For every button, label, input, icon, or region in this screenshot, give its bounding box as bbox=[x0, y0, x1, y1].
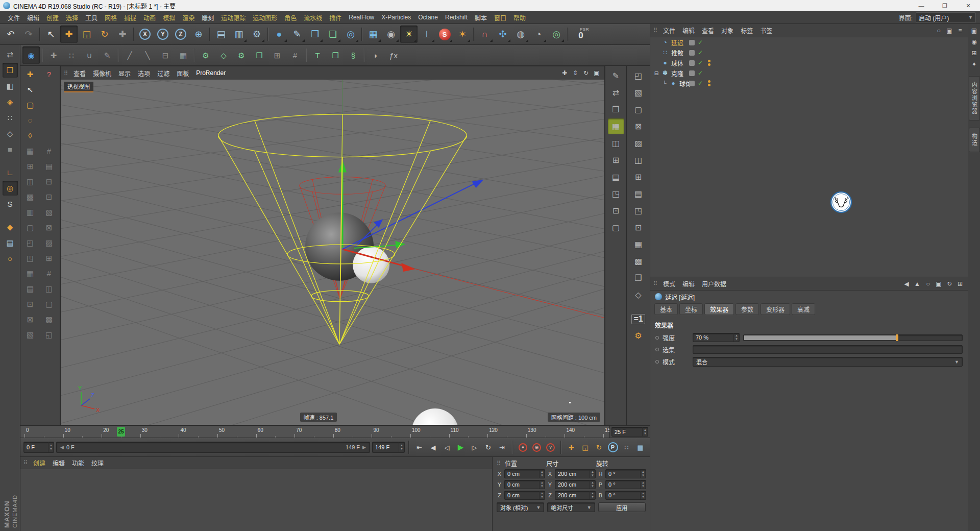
menu-item[interactable]: 查看 bbox=[698, 26, 718, 35]
drag-handle-icon[interactable]: ⠿ bbox=[64, 70, 68, 77]
deformer-j-icon[interactable]: ⊡ bbox=[630, 220, 647, 235]
key-rotation-button[interactable]: ↻ bbox=[593, 441, 605, 454]
layer-chip[interactable] bbox=[689, 50, 695, 56]
object-row[interactable]: └●球体✓ bbox=[650, 78, 968, 88]
make-editable-icon[interactable]: ⇄ bbox=[3, 47, 18, 62]
locked-workplane-icon[interactable]: ◆ bbox=[3, 220, 18, 234]
stepper-arrows-icon[interactable]: ▲▼ bbox=[733, 333, 739, 342]
maximize-button[interactable]: ❐ bbox=[933, 0, 957, 11]
mesh-command-20-icon[interactable]: ◫ bbox=[40, 281, 58, 296]
tab-坐标[interactable]: 坐标 bbox=[679, 303, 703, 315]
add-floor-icon[interactable]: ⊥ bbox=[418, 26, 435, 43]
object-label[interactable]: 克隆 bbox=[670, 69, 683, 78]
palette-active-icon[interactable]: ▦ bbox=[608, 118, 624, 134]
strength-slider[interactable] bbox=[743, 334, 963, 341]
object-label[interactable]: 推散 bbox=[670, 49, 683, 57]
3d-scene[interactable]: Y X Z bbox=[61, 80, 604, 425]
start-frame-spinner[interactable]: 0 F ▲▼ bbox=[23, 442, 54, 453]
menu-item[interactable]: Octane bbox=[414, 14, 442, 21]
am-history-icon[interactable]: ↻ bbox=[945, 279, 954, 288]
menu-item[interactable]: 流水线 bbox=[300, 13, 326, 22]
mesh-command-1-icon[interactable]: ▦ bbox=[21, 143, 39, 158]
object-label[interactable]: 球体 bbox=[670, 59, 683, 67]
size-y-field[interactable]: 200 cm▲▼ bbox=[555, 480, 596, 489]
add-primitive-icon[interactable]: ● bbox=[271, 26, 288, 43]
brush-tool-icon[interactable]: ✎ bbox=[99, 46, 116, 64]
menu-item[interactable]: 窗口 bbox=[491, 13, 510, 22]
menu-item[interactable]: 模式 bbox=[659, 279, 679, 288]
viewport-solo-mode-icon[interactable]: ◎ bbox=[3, 181, 18, 196]
current-frame-spinner[interactable]: 25 F ▲▼ bbox=[611, 427, 648, 437]
point-edit-tool-icon[interactable]: ∷ bbox=[63, 46, 80, 64]
am-layout-icon[interactable]: ⊞ bbox=[955, 279, 965, 288]
mesh-command-18-icon[interactable]: # bbox=[40, 266, 58, 281]
polygon-select-tool-icon[interactable]: ◊ bbox=[21, 128, 39, 143]
menu-item[interactable]: 渲染 bbox=[179, 13, 198, 22]
deformer-k-icon[interactable]: ▦ bbox=[630, 236, 647, 252]
play-reverse-button[interactable]: ◀ bbox=[427, 441, 439, 454]
menu-item[interactable]: 角色 bbox=[281, 13, 300, 22]
size-mode-dropdown[interactable]: 绝对尺寸▼ bbox=[547, 502, 595, 512]
object-row[interactable]: ∷推散✓ bbox=[650, 47, 968, 58]
mesh-command-12-icon[interactable]: ⊠ bbox=[40, 220, 58, 235]
shading-mode-icon[interactable]: ◗ bbox=[367, 46, 384, 64]
polygons-mode-icon[interactable]: ■ bbox=[3, 142, 18, 157]
mesh-command-9-icon[interactable]: ▥ bbox=[21, 205, 39, 220]
object-row[interactable]: ●球体✓ bbox=[650, 58, 968, 68]
axis-modification-mode-icon[interactable]: ∟ bbox=[3, 165, 18, 180]
material-list-area[interactable] bbox=[20, 469, 492, 531]
deformer-a-icon[interactable]: ◰ bbox=[630, 68, 647, 84]
weld-tool-icon[interactable]: # bbox=[286, 46, 304, 64]
mesh-command-10-icon[interactable]: ▧ bbox=[40, 205, 58, 220]
enable-check-icon[interactable]: ✓ bbox=[698, 39, 703, 46]
visibility-dots[interactable] bbox=[708, 80, 710, 86]
mesh-command-5-icon[interactable]: ◫ bbox=[21, 174, 39, 189]
object-label[interactable]: 延迟 bbox=[670, 38, 683, 47]
help-tool-icon[interactable]: ? bbox=[40, 67, 58, 82]
stepper-arrows-icon[interactable]: ▲▼ bbox=[48, 442, 54, 452]
deformer-e-icon[interactable]: ▨ bbox=[630, 135, 647, 151]
layer-chip[interactable] bbox=[689, 40, 695, 45]
sculpt-tools-icon[interactable]: ◍ bbox=[512, 26, 529, 43]
record-keyframe-button[interactable]: ● bbox=[517, 441, 529, 454]
autokeying-button[interactable]: ◉ bbox=[530, 441, 543, 454]
extrude-tool-icon[interactable]: ⚙ bbox=[197, 46, 214, 64]
key-scale-button[interactable]: ◱ bbox=[579, 441, 592, 454]
menu-item[interactable]: 脚本 bbox=[471, 13, 491, 22]
rotate-tool-icon[interactable]: ↻ bbox=[96, 26, 113, 43]
palette-slide-icon[interactable]: ⇄ bbox=[608, 85, 624, 101]
play-mode-loop-button[interactable]: ↻ bbox=[482, 441, 495, 454]
key-position-button[interactable]: ✚ bbox=[565, 441, 578, 454]
size-z-field[interactable]: 200 cm▲▼ bbox=[555, 491, 596, 500]
xpresso-editor-icon[interactable]: ƒx bbox=[385, 46, 402, 64]
am-back-icon[interactable]: ◀ bbox=[902, 279, 911, 288]
apply-button[interactable]: 应用 bbox=[598, 502, 646, 512]
live-selection-icon[interactable]: ↖ bbox=[42, 26, 60, 43]
animation-dot-icon[interactable] bbox=[655, 360, 659, 364]
extrude-inner-tool-icon[interactable]: ◇ bbox=[215, 46, 232, 64]
menu-item[interactable]: 网格 bbox=[101, 13, 120, 22]
menu-prorender[interactable]: ProRender bbox=[192, 69, 229, 77]
enable-check-icon[interactable]: ✓ bbox=[698, 49, 703, 56]
menu-item[interactable]: 雕刻 bbox=[198, 13, 217, 22]
mesh-command-26-icon[interactable]: ◱ bbox=[40, 327, 58, 342]
mesh-command-2-icon[interactable]: # bbox=[40, 143, 58, 158]
palette-sculpt-icon[interactable]: ✎ bbox=[608, 68, 624, 84]
deformer-b-icon[interactable]: ▧ bbox=[630, 85, 647, 101]
close-button[interactable]: ✕ bbox=[957, 0, 980, 11]
deformer-f-icon[interactable]: ◫ bbox=[630, 152, 647, 168]
visibility-dots[interactable] bbox=[708, 60, 710, 66]
viewport-rotate-icon[interactable]: ↻ bbox=[581, 68, 591, 78]
side-tab-构造[interactable]: 构造 bbox=[969, 128, 980, 152]
menu-item[interactable]: 功能 bbox=[68, 458, 88, 467]
rectangle-select-tool-icon[interactable]: ▢ bbox=[21, 98, 39, 112]
menu-item[interactable]: 用户数据 bbox=[698, 279, 730, 288]
palette-cube-a-icon[interactable]: ◫ bbox=[608, 135, 624, 151]
mesh-command-17-icon[interactable]: ▦ bbox=[21, 266, 39, 281]
stepper-arrows-icon[interactable]: ▲▼ bbox=[590, 491, 595, 499]
stepper-arrows-icon[interactable]: ▲▼ bbox=[399, 442, 404, 452]
render-picture-viewer-icon[interactable]: ▥ bbox=[230, 26, 248, 43]
helix-object-icon[interactable]: § bbox=[345, 46, 362, 64]
object-mode-dropdown[interactable]: 对象 (相对)▼ bbox=[497, 502, 544, 512]
palette-cube-e-icon[interactable]: ⊡ bbox=[608, 203, 624, 219]
